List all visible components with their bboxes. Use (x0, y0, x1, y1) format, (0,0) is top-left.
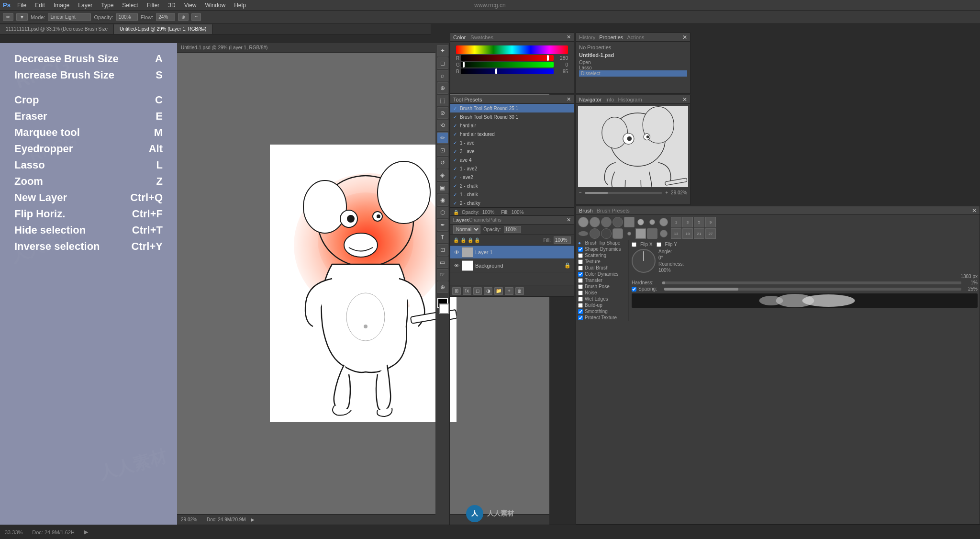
brush-cell-9[interactable] (590, 228, 600, 239)
airbrush-toggle[interactable]: ⊕ (178, 13, 189, 21)
wet-edges-check[interactable] (578, 297, 583, 302)
bs-4[interactable]: 13 (671, 228, 681, 239)
drawing-canvas[interactable] (270, 145, 457, 422)
brush-pose-label[interactable]: Brush Pose (585, 284, 626, 289)
paths-tab[interactable]: Paths (489, 217, 501, 223)
menu-3d[interactable]: 3D (164, 1, 179, 10)
menu-image[interactable]: Image (50, 1, 73, 10)
tool-preset-item-8[interactable]: ✓ - ave2 (450, 173, 574, 181)
bs-1[interactable]: 3 (682, 217, 693, 227)
dual-brush-label[interactable]: Dual Brush (585, 265, 626, 270)
menu-help[interactable]: Help (230, 1, 250, 10)
tool-preset-item-9[interactable]: ✓ 2 - chalk (450, 181, 574, 190)
opacity-input[interactable] (504, 226, 521, 233)
text-tool-btn[interactable]: T (437, 232, 448, 243)
color-panel-close[interactable]: ✕ (567, 34, 571, 40)
build-up-label[interactable]: Build-up (585, 303, 626, 308)
brush-tab[interactable]: Brush (579, 208, 593, 213)
texture-label[interactable]: Texture (585, 259, 626, 264)
zoom-out-icon[interactable]: − (579, 190, 582, 195)
bs-7[interactable]: 27 (705, 228, 716, 239)
brush-cell-0[interactable] (578, 217, 589, 227)
bs-0[interactable]: 1 (671, 217, 681, 227)
flip-x-check[interactable] (632, 242, 636, 247)
angle-wheel[interactable] (632, 249, 656, 273)
history-lasso[interactable]: Lasso (579, 65, 687, 70)
build-up-check[interactable] (578, 303, 583, 308)
tool-preset-item-10[interactable]: ✓ 1 - chalk (450, 190, 574, 199)
tool-preset-item-3[interactable]: ✓ hard air textured (450, 130, 574, 138)
color-spectrum[interactable] (456, 45, 568, 54)
transfer-label[interactable]: Transfer (585, 278, 626, 283)
eye-icon-layer1[interactable]: 👁 (453, 249, 460, 255)
layers-close[interactable]: ✕ (567, 217, 571, 223)
bs-5[interactable]: 19 (682, 228, 693, 239)
spacing-slider[interactable] (664, 288, 961, 291)
brush-cell-8[interactable] (579, 231, 588, 236)
menu-select[interactable]: Select (118, 1, 142, 10)
bs-6[interactable]: 21 (694, 228, 704, 239)
mode-input[interactable] (48, 13, 91, 21)
move-tool-btn[interactable]: ✦ (437, 45, 448, 56)
arrow-expand[interactable]: ▶ (84, 529, 88, 535)
brush-cell-4[interactable] (624, 217, 635, 227)
quick-select-tool-btn[interactable]: ⊕ (437, 82, 448, 94)
opacity-input[interactable] (116, 13, 138, 21)
brush-cell-6[interactable] (649, 219, 655, 225)
tool-preset-item-4[interactable]: ✓ 1 - ave (450, 138, 574, 147)
menu-filter[interactable]: Filter (143, 1, 164, 10)
history-tab[interactable]: History (579, 34, 595, 40)
navigator-tab[interactable]: Navigator (579, 97, 601, 102)
layer-mask-btn[interactable]: ◻ (473, 287, 482, 295)
zoom-tool-btn[interactable]: ⊕ (437, 281, 448, 293)
noise-check[interactable] (578, 291, 583, 295)
layer-mode-select[interactable]: Normal (453, 225, 480, 234)
layer-item-layer1[interactable]: 👁 Layer 1 (450, 246, 574, 259)
transfer-check[interactable] (578, 278, 583, 283)
zoom-slider[interactable] (585, 192, 662, 194)
lasso-tool-btn[interactable]: ⌕ (437, 70, 448, 81)
delete-layer-btn[interactable]: 🗑 (515, 287, 524, 295)
flip-y-check[interactable] (657, 242, 661, 247)
info-tab[interactable]: Info (605, 97, 614, 102)
crop-tool-btn[interactable]: ⬚ (437, 95, 448, 106)
marquee-tool-btn[interactable]: ◻ (437, 57, 448, 69)
flow-input[interactable] (156, 13, 175, 21)
hand-tool-btn[interactable]: ☞ (437, 269, 448, 281)
brush-cell-1[interactable] (590, 217, 600, 227)
stamp-tool-btn[interactable]: ⊡ (437, 145, 448, 156)
fill-input[interactable] (554, 236, 571, 244)
pen-tool-btn[interactable]: ✒ (437, 219, 448, 231)
scattering-label[interactable]: Scattering (585, 253, 626, 258)
brush-close[interactable]: ✕ (972, 207, 977, 214)
smoothing-check[interactable] (578, 309, 583, 314)
adjustment-layer-btn[interactable]: ◑ (484, 287, 492, 295)
bs-2[interactable]: 5 (694, 217, 704, 227)
hardness-slider[interactable] (662, 281, 961, 284)
layer-item-background[interactable]: 👁 Background 🔒 (450, 259, 574, 272)
brush-presets-tab[interactable]: Brush Presets (597, 208, 630, 213)
history-tool-btn[interactable]: ↺ (437, 157, 448, 168)
swatches-tab[interactable]: Swatches (470, 34, 493, 40)
brush-cell-7[interactable] (659, 218, 668, 226)
brush-cell-13[interactable] (635, 228, 646, 239)
tab-right[interactable]: Untitled-1.psd @ 29% (Layer 1, RGB/8#) (114, 24, 212, 34)
menu-window[interactable]: Window (201, 1, 230, 10)
tool-preset-item-0[interactable]: ✓ Brush Tool Soft Round 25 1 (450, 104, 574, 112)
menu-file[interactable]: File (13, 1, 30, 10)
blur-tool-btn[interactable]: ◉ (437, 194, 448, 206)
shape-dynamics-check[interactable] (578, 247, 583, 252)
actions-tab[interactable]: Actions (627, 34, 644, 40)
tab-left[interactable]: 111111111.psd @ 33.1% (Decrease Brush Si… (0, 24, 114, 34)
green-slider[interactable] (461, 62, 554, 67)
gradient-tool-btn[interactable]: ▣ (437, 182, 448, 193)
bs-3[interactable]: 9 (705, 217, 716, 227)
tool-preset-picker[interactable]: ▼ (16, 13, 28, 21)
properties-tab[interactable]: Properties (599, 34, 623, 40)
protect-texture-check[interactable] (578, 315, 583, 320)
brush-pose-check[interactable] (578, 284, 583, 289)
tool-preset-item-11[interactable]: ✓ 2 - chalky (450, 199, 574, 207)
red-slider[interactable] (461, 55, 554, 61)
tool-preset-item-1[interactable]: ✓ Brush Tool Soft Round 30 1 (450, 112, 574, 121)
dual-brush-check[interactable] (578, 266, 583, 270)
